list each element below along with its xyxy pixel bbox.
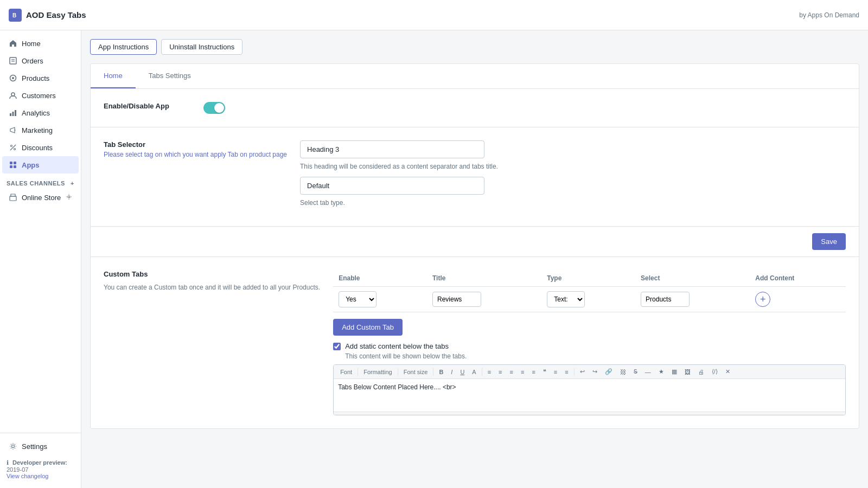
heading-select[interactable]: Heading 1 Heading 2 Heading 3 Heading 4 … xyxy=(300,140,484,158)
sidebar-item-marketing[interactable]: Marketing xyxy=(2,121,79,139)
app-title: AOD Easy Tabs xyxy=(26,10,86,20)
analytics-icon xyxy=(9,108,17,117)
sidebar-item-products[interactable]: Products xyxy=(2,69,79,87)
svg-rect-15 xyxy=(14,162,16,164)
table-btn[interactable]: ▦ xyxy=(668,367,680,376)
tab-selector-label: Tab Selector xyxy=(104,140,287,149)
online-store-settings-icon[interactable] xyxy=(66,194,72,202)
print-btn[interactable]: 🖨 xyxy=(695,368,707,376)
ol-btn[interactable]: ≡ xyxy=(561,368,571,376)
app-logo: B xyxy=(9,9,22,22)
align-center-btn[interactable]: ≡ xyxy=(495,368,505,376)
static-content-hint: This content will be shown below the tab… xyxy=(333,352,846,360)
custom-tabs-title: Custom Tabs xyxy=(104,270,320,278)
add-content-button[interactable]: + xyxy=(755,292,770,307)
svg-rect-8 xyxy=(10,113,11,116)
toolbar-sep-3 xyxy=(433,368,433,376)
align-left-btn[interactable]: ≡ xyxy=(484,368,494,376)
settings-icon xyxy=(9,442,17,451)
enable-section: Enable/Disable App xyxy=(91,89,859,127)
row-type-select[interactable]: Text: HTML xyxy=(547,291,585,307)
special-btn[interactable]: ★ xyxy=(655,367,667,376)
save-button[interactable]: Save xyxy=(812,233,846,250)
ul-btn[interactable]: ≡ xyxy=(551,368,560,376)
custom-tabs-section: Custom Tabs You can create a Custom tab … xyxy=(91,257,859,428)
toggle-knob xyxy=(214,103,224,113)
add-custom-tab-button[interactable]: Add Custom Tab xyxy=(333,319,403,336)
blockquote-btn[interactable]: ❝ xyxy=(540,367,550,376)
svg-rect-9 xyxy=(12,112,14,116)
custom-tabs-left: Custom Tabs You can create a Custom tab … xyxy=(104,270,320,415)
sidebar-item-apps[interactable]: Apps xyxy=(2,156,79,174)
heading-select-wrap: Heading 1 Heading 2 Heading 3 Heading 4 … xyxy=(300,140,846,158)
sidebar-item-home[interactable]: Home xyxy=(2,35,79,52)
image-btn[interactable]: 🖼 xyxy=(681,368,694,376)
orders-icon xyxy=(9,56,17,65)
customers-icon xyxy=(9,91,17,100)
row-title-input[interactable] xyxy=(432,292,481,307)
apps-icon xyxy=(9,160,17,169)
uninstall-instructions-button[interactable]: Uninstall Instructions xyxy=(161,39,242,55)
static-content-row: Add static content below the tabs xyxy=(333,342,846,350)
align-right-btn[interactable]: ≡ xyxy=(507,368,516,376)
clear-btn[interactable]: ✕ xyxy=(722,367,733,376)
dev-preview-icon: ℹ xyxy=(7,459,9,466)
toggle-switch[interactable] xyxy=(203,102,225,114)
svg-rect-16 xyxy=(10,165,12,168)
svg-text:B: B xyxy=(12,12,16,18)
redo-btn[interactable]: ↪ xyxy=(589,367,601,376)
svg-point-12 xyxy=(14,149,16,150)
table-row: Yes No Text: HT xyxy=(333,287,846,312)
sidebar-item-customers-label: Customers xyxy=(22,92,56,100)
toolbar-sep-1 xyxy=(358,368,358,376)
row-enable-select[interactable]: Yes No xyxy=(339,291,376,307)
tab-tabs-settings[interactable]: Tabs Settings xyxy=(136,64,204,88)
fontsize-menu[interactable]: Font size xyxy=(400,368,431,376)
undo-btn[interactable]: ↩ xyxy=(577,367,588,376)
save-row: Save xyxy=(91,227,859,257)
editor-resize-handle[interactable] xyxy=(334,412,845,415)
editor-content[interactable]: Tabs Below Content Placed Here.... <br> xyxy=(334,379,845,412)
formatting-menu[interactable]: Formatting xyxy=(360,368,395,376)
sidebar-item-orders[interactable]: Orders xyxy=(2,52,79,69)
sidebar-item-discounts[interactable]: Discounts xyxy=(2,139,79,156)
col-title: Title xyxy=(427,270,541,287)
type-select[interactable]: Default Bootstrap Custom xyxy=(300,177,484,195)
italic-button[interactable]: I xyxy=(448,368,456,376)
bold-button[interactable]: B xyxy=(436,368,446,376)
col-enable: Enable xyxy=(333,270,427,287)
svg-rect-10 xyxy=(15,110,16,116)
svg-point-20 xyxy=(12,445,15,448)
sidebar-item-settings[interactable]: Settings xyxy=(2,438,79,455)
color-button[interactable]: A xyxy=(469,368,479,376)
svg-line-13 xyxy=(10,145,16,150)
tab-home[interactable]: Home xyxy=(91,64,136,88)
source-btn[interactable]: ⟨/⟩ xyxy=(709,367,721,376)
unlink-btn[interactable]: ⛓ xyxy=(617,368,629,376)
col-add-content: Add Content xyxy=(750,270,846,287)
sidebar-item-analytics[interactable]: Analytics xyxy=(2,104,79,121)
app-instructions-button[interactable]: App Instructions xyxy=(90,39,157,55)
tab-selector-link[interactable]: Tab on product page xyxy=(228,151,287,158)
tab-selector-section: Tab Selector Please select tag on which … xyxy=(91,127,859,227)
sidebar-item-products-label: Products xyxy=(22,74,49,82)
changelog-link[interactable]: View changelog xyxy=(7,473,48,479)
type-select-wrap: Default Bootstrap Custom xyxy=(300,177,846,195)
enable-toggle[interactable] xyxy=(203,102,225,114)
sidebar-item-online-store-label: Online Store xyxy=(22,194,61,202)
add-sales-channel-icon[interactable]: + xyxy=(71,180,74,187)
hr-btn[interactable]: — xyxy=(642,368,654,376)
sidebar-item-online-store[interactable]: Online Store xyxy=(2,189,79,206)
svg-rect-18 xyxy=(10,196,16,201)
underline-button[interactable]: U xyxy=(457,368,468,376)
font-menu[interactable]: Font xyxy=(337,368,355,376)
sidebar-item-customers[interactable]: Customers xyxy=(2,87,79,104)
products-icon xyxy=(9,74,17,82)
align-justify-btn[interactable]: ≡ xyxy=(518,368,527,376)
static-content-checkbox[interactable] xyxy=(333,343,341,350)
strikethrough-btn[interactable]: S̶ xyxy=(630,367,641,376)
svg-rect-17 xyxy=(14,165,16,168)
row-select-input[interactable] xyxy=(641,292,690,307)
indent-btn[interactable]: ≡ xyxy=(528,368,538,376)
link-btn[interactable]: 🔗 xyxy=(602,367,616,376)
